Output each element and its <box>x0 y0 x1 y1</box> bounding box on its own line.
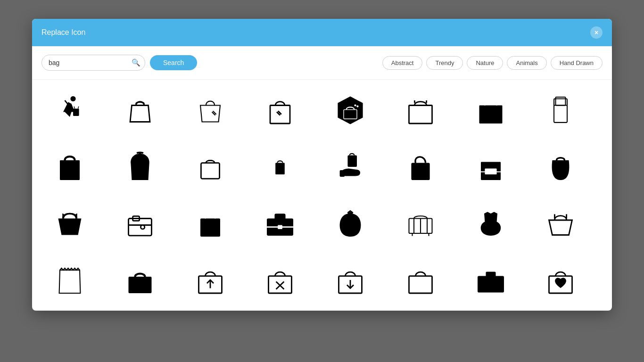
icon-messenger-bag[interactable] <box>112 197 168 249</box>
svg-point-44 <box>347 212 353 215</box>
modal-header: Replace Icon × <box>32 19 612 46</box>
icon-outline-tote[interactable] <box>392 84 449 136</box>
svg-rect-29 <box>411 163 429 180</box>
svg-rect-39 <box>200 219 220 237</box>
svg-rect-60 <box>478 276 504 293</box>
tag-trendy[interactable]: Trendy <box>426 56 463 70</box>
category-tags: Abstract Trendy Nature Animals Hand Draw… <box>382 56 603 70</box>
tag-abstract[interactable]: Abstract <box>382 56 423 70</box>
svg-point-24 <box>139 152 141 155</box>
icon-heart-bag[interactable] <box>532 254 589 306</box>
modal-toolbar: 🔍 Search Abstract Trendy Nature Animals … <box>32 46 612 80</box>
svg-rect-26 <box>275 163 285 175</box>
svg-rect-19 <box>479 106 502 124</box>
icon-simple-tote-outline[interactable] <box>392 254 449 306</box>
icon-open-tote-2[interactable] <box>532 197 589 249</box>
icon-trash-bag[interactable] <box>112 141 168 193</box>
replace-icon-modal: Replace Icon × 🔍 Search Abstract Trendy … <box>32 19 612 311</box>
icon-outline-handbag[interactable] <box>182 141 239 193</box>
icon-hexagon-bag[interactable] <box>322 84 379 136</box>
icon-top-handle-bag[interactable] <box>112 254 168 306</box>
svg-rect-16 <box>409 106 432 124</box>
icon-round-bottom-bag[interactable] <box>532 141 589 193</box>
icon-sketch-bag[interactable] <box>182 84 239 136</box>
modal-body <box>32 80 612 311</box>
svg-rect-61 <box>486 272 495 278</box>
svg-rect-51 <box>128 277 151 293</box>
icon-shopper-person[interactable] <box>41 84 98 136</box>
icon-delete-bag[interactable] <box>252 254 308 306</box>
svg-point-1 <box>70 96 75 101</box>
icon-download-bag[interactable] <box>322 254 379 306</box>
icon-solid-tote[interactable] <box>462 84 519 136</box>
icon-tall-bag[interactable] <box>532 84 589 136</box>
svg-rect-28 <box>340 170 345 177</box>
svg-line-3 <box>74 107 74 109</box>
icon-briefcase[interactable] <box>252 197 308 249</box>
icon-simple-bag[interactable] <box>112 84 168 136</box>
svg-rect-23 <box>60 160 80 180</box>
svg-point-14 <box>354 104 356 106</box>
icon-paper-bag-jagged[interactable] <box>41 254 98 306</box>
search-input-wrap: 🔍 <box>41 55 145 71</box>
svg-rect-43 <box>278 225 282 229</box>
icon-handbag-outline[interactable] <box>182 197 239 249</box>
svg-rect-13 <box>344 110 357 119</box>
icon-grid <box>41 84 603 306</box>
icon-hand-holding-bag[interactable] <box>322 141 379 193</box>
icon-small-bag[interactable] <box>252 141 308 193</box>
icon-filled-briefcase[interactable] <box>462 254 519 306</box>
tag-nature[interactable]: Nature <box>467 56 503 70</box>
svg-rect-25 <box>201 163 219 179</box>
icon-black-tote[interactable] <box>41 141 98 193</box>
svg-rect-32 <box>485 169 496 175</box>
icon-open-tote[interactable] <box>41 197 98 249</box>
search-area: 🔍 Search <box>41 55 197 71</box>
svg-rect-2 <box>73 109 79 116</box>
modal-title: Replace Icon <box>41 28 85 37</box>
svg-rect-41 <box>275 214 285 220</box>
search-button[interactable]: Search <box>150 55 197 70</box>
svg-rect-59 <box>409 276 432 293</box>
tag-animals[interactable]: Animals <box>507 56 546 70</box>
svg-rect-27 <box>347 156 357 167</box>
close-button[interactable]: × <box>590 26 603 39</box>
icon-shopping-bag-handles[interactable] <box>462 141 519 193</box>
icon-upload-bag[interactable] <box>182 254 239 306</box>
icon-handled-bag[interactable] <box>252 84 308 136</box>
icon-garbage-bag-full[interactable] <box>322 197 379 249</box>
tag-hand-drawn[interactable]: Hand Drawn <box>551 56 603 70</box>
search-input[interactable] <box>41 55 145 71</box>
svg-line-4 <box>78 107 79 109</box>
svg-point-15 <box>356 106 358 107</box>
icon-shoulder-bag[interactable] <box>392 141 449 193</box>
icon-luggage-rack[interactable] <box>392 197 449 249</box>
icon-plastic-bag[interactable] <box>462 197 519 249</box>
